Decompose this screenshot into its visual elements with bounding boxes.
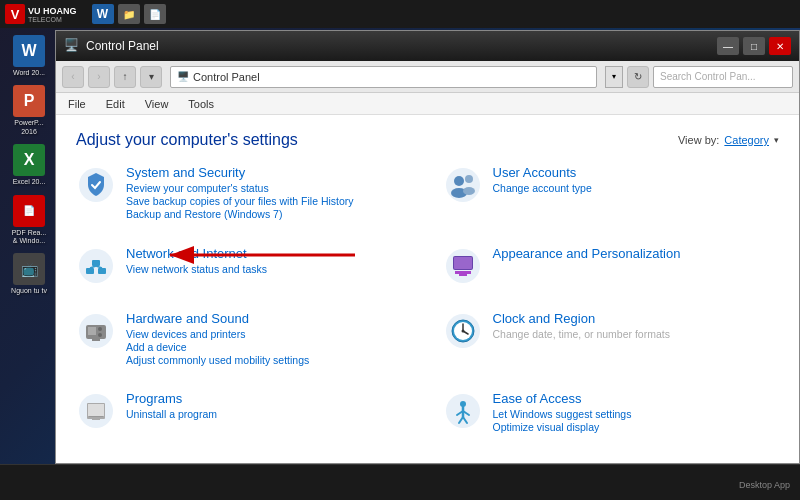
window-controls: — □ ✕ [717,37,791,55]
desktop-icon-ppt[interactable]: P PowerP...2016 [5,85,53,136]
address-dropdown[interactable]: ▾ [605,66,623,88]
control-panel-window: 🖥️ Control Panel — □ ✕ ‹ › ↑ ▾ 🖥️ Contro… [55,30,800,464]
hardware-title[interactable]: Hardware and Sound [126,311,413,326]
system-link-1[interactable]: Review your computer's status [126,182,413,194]
desktop-icon-pdf[interactable]: 📄 PDF Rea...& Windo... [5,195,53,246]
desktop-icon-tv[interactable]: 📺 Nguon tu tv [5,253,53,295]
clock-link-1[interactable]: Change date, time, or number formats [493,328,780,340]
svg-rect-15 [455,271,471,274]
desktop-icon-word-label: Word 20... [13,69,45,77]
svg-rect-19 [88,327,96,335]
search-placeholder: Search Control Pan... [660,71,756,82]
content-title: Adjust your computer's settings [76,131,298,149]
user-accounts-title[interactable]: User Accounts [493,165,780,180]
menu-file[interactable]: File [64,96,90,112]
svg-rect-33 [92,418,100,420]
clock-content: Clock and Region Change date, time, or n… [493,311,780,341]
appearance-icon [443,246,483,286]
hardware-icon [76,311,116,351]
system-security-title[interactable]: System and Security [126,165,413,180]
ease-link-1[interactable]: Let Windows suggest settings [493,408,780,420]
desktop-icon-excel[interactable]: X Excel 20... [5,144,53,186]
svg-rect-22 [92,339,100,341]
category-grid: System and Security Review your computer… [76,165,779,447]
search-bar[interactable]: Search Control Pan... [653,66,793,88]
menu-view[interactable]: View [141,96,173,112]
network-title[interactable]: Network and Internet [126,246,413,261]
svg-point-4 [465,175,473,183]
hardware-link-3[interactable]: Adjust commonly used mobility settings [126,354,413,366]
top-taskbar: V VU HOANG TELECOM W 📁 📄 [0,0,800,28]
recent-button[interactable]: ▾ [140,66,162,88]
desktop-icon-pdf-label: PDF Rea...& Windo... [12,229,47,246]
back-button[interactable]: ‹ [62,66,84,88]
taskbar-folder-icon[interactable]: 📁 [118,4,140,24]
desktop-icon-excel-label: Excel 20... [13,178,46,186]
category-programs: Programs Uninstall a program [76,391,413,447]
programs-link-1[interactable]: Uninstall a program [126,408,413,420]
hardware-content: Hardware and Sound View devices and prin… [126,311,413,367]
user-accounts-icon [443,165,483,205]
svg-rect-9 [92,260,100,266]
clock-title[interactable]: Clock and Region [493,311,780,326]
address-icon: 🖥️ [177,71,189,82]
close-button[interactable]: ✕ [769,37,791,55]
network-link-1[interactable]: View network status and tasks [126,263,413,275]
ease-access-icon [443,391,483,431]
logo-sub: TELECOM [28,16,77,23]
desktop-icons: W Word 20... P PowerP...2016 X Excel 20.… [0,30,55,464]
system-security-content: System and Security Review your computer… [126,165,413,221]
taskbar-word-icon[interactable]: W [92,4,114,24]
user-link-1[interactable]: Change account type [493,182,780,194]
logo-name: VU HOANG [28,6,77,16]
svg-point-20 [98,327,102,331]
menu-edit[interactable]: Edit [102,96,129,112]
category-hardware: Hardware and Sound View devices and prin… [76,311,413,380]
taskbar: Desktop App [0,464,800,500]
forward-button[interactable]: › [88,66,110,88]
ease-access-title[interactable]: Ease of Access [493,391,780,406]
system-security-icon [76,165,116,205]
refresh-button[interactable]: ↻ [627,66,649,88]
view-by-dropdown-icon[interactable]: ▾ [774,135,779,145]
svg-rect-16 [459,274,467,276]
category-ease-access: Ease of Access Let Windows suggest setti… [443,391,780,447]
hardware-link-2[interactable]: Add a device [126,341,413,353]
appearance-content: Appearance and Personalization [493,246,780,263]
logo-area: V VU HOANG TELECOM [0,4,82,24]
svg-rect-32 [89,416,103,417]
svg-rect-31 [88,404,104,416]
view-by-label: View by: [678,134,719,146]
svg-point-2 [454,176,464,186]
programs-title[interactable]: Programs [126,391,413,406]
up-button[interactable]: ↑ [114,66,136,88]
network-content: Network and Internet View network status… [126,246,413,276]
view-by-value[interactable]: Category [724,134,769,146]
appearance-title[interactable]: Appearance and Personalization [493,246,780,261]
control-panel-icon: 🖥️ [64,38,80,54]
logo-v: V [11,7,20,22]
programs-content: Programs Uninstall a program [126,391,413,421]
programs-icon [76,391,116,431]
svg-rect-7 [86,268,94,274]
svg-point-5 [463,187,475,195]
minimize-button[interactable]: — [717,37,739,55]
desktop-icon-word[interactable]: W Word 20... [5,35,53,77]
category-system-security: System and Security Review your computer… [76,165,413,234]
category-network: Network and Internet View network status… [76,246,413,299]
svg-point-28 [461,329,464,332]
desktop: V VU HOANG TELECOM W 📁 📄 W Word 20... P … [0,0,800,500]
system-link-2[interactable]: Save backup copies of your files with Fi… [126,195,413,207]
desktop-icon-tv-label: Nguon tu tv [11,287,47,295]
ease-access-content: Ease of Access Let Windows suggest setti… [493,391,780,434]
maximize-button[interactable]: □ [743,37,765,55]
hardware-link-1[interactable]: View devices and printers [126,328,413,340]
system-link-3[interactable]: Backup and Restore (Windows 7) [126,208,413,220]
menu-tools[interactable]: Tools [184,96,218,112]
clock-icon [443,311,483,351]
address-text: Control Panel [193,71,260,83]
address-bar[interactable]: 🖥️ Control Panel [170,66,597,88]
svg-rect-8 [98,268,106,274]
taskbar-doc-icon[interactable]: 📄 [144,4,166,24]
ease-link-2[interactable]: Optimize visual display [493,421,780,433]
